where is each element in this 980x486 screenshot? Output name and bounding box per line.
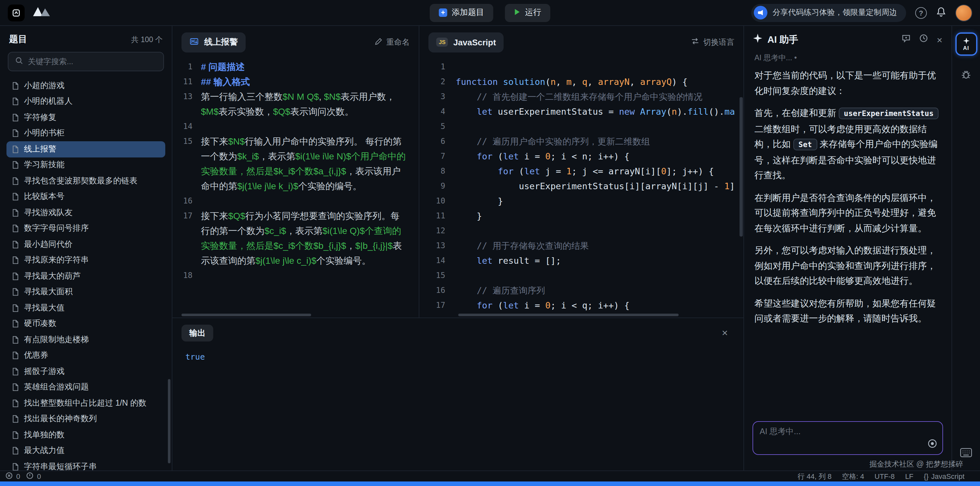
encoding[interactable]: UTF-8 bbox=[875, 472, 895, 480]
document-icon bbox=[11, 209, 19, 217]
code-editor-body[interactable]: 12function solution(n, m, q, arrayN, arr… bbox=[419, 60, 740, 312]
code-line-text[interactable]: let userExperimentStatus = new Array(n).… bbox=[456, 104, 735, 119]
markdown-line-text[interactable]: # 问题描述 bbox=[201, 60, 419, 75]
sidebar-item[interactable]: 线上报警 bbox=[6, 141, 165, 157]
output-tab[interactable]: 输出 bbox=[181, 325, 213, 341]
sidebar-item[interactable]: 硬币凑数 bbox=[6, 316, 165, 332]
line-number: 15 bbox=[419, 268, 456, 283]
search-input[interactable] bbox=[28, 57, 157, 66]
code-line-text[interactable]: let result = []; bbox=[456, 253, 561, 268]
sidebar-scrollbar[interactable] bbox=[168, 379, 170, 463]
sidebar-item[interactable]: 小明的机器人 bbox=[6, 94, 165, 110]
sidebar-item[interactable]: 小超的游戏 bbox=[6, 78, 165, 94]
sidebar-item[interactable]: 寻找最大值 bbox=[6, 300, 165, 316]
ai-panel-title: AI 助手 bbox=[767, 33, 896, 46]
code-vscrollbar[interactable] bbox=[740, 97, 743, 237]
markdown-line-text[interactable] bbox=[201, 194, 419, 209]
markdown-line: 17接下来$Q$行为小茗同学想要查询的实验序列。每行的第一个数为$c_i$，表示… bbox=[172, 209, 419, 268]
close-icon[interactable]: × bbox=[722, 328, 728, 338]
search-box[interactable] bbox=[8, 52, 164, 71]
run-button[interactable]: 运行 bbox=[505, 3, 550, 22]
sidebar-item[interactable]: 最大战力值 bbox=[6, 443, 165, 459]
language-tab[interactable]: JS JavaScript bbox=[428, 32, 504, 52]
indent-setting[interactable]: 空格: 4 bbox=[842, 472, 864, 481]
code-line-text[interactable]: // 用于存储每次查询的结果 bbox=[456, 238, 589, 253]
new-chat-icon[interactable] bbox=[902, 34, 911, 45]
topbar: + 添加题目 运行 分享代码练习体验，领限量定制周边 ? bbox=[0, 0, 980, 26]
help-icon[interactable]: ? bbox=[915, 7, 927, 19]
document-icon bbox=[11, 320, 19, 328]
code-hscrollbar[interactable] bbox=[458, 314, 679, 316]
keyboard-icon[interactable] bbox=[960, 448, 972, 460]
cursor-position[interactable]: 行 44, 列 8 bbox=[797, 472, 832, 481]
app-logo-icon[interactable] bbox=[8, 4, 25, 21]
stop-generating-icon[interactable] bbox=[928, 439, 937, 451]
promo-banner[interactable]: 分享代码练习体验，领限量定制周边 bbox=[751, 3, 906, 22]
sidebar-item-label: 有点限制地走楼梯 bbox=[24, 334, 89, 345]
code-line-text[interactable]: function solution(n, m, q, arrayN, array… bbox=[456, 75, 688, 89]
sidebar-item[interactable]: 学习新技能 bbox=[6, 157, 165, 173]
accent-strip bbox=[0, 481, 980, 486]
bell-icon[interactable] bbox=[936, 6, 946, 19]
ai-input-field[interactable] bbox=[760, 426, 936, 442]
sidebar-item[interactable]: 小明的书柜 bbox=[6, 125, 165, 141]
code-line-text[interactable]: // 遍历用户命中实验的序列，更新二维数组 bbox=[456, 134, 650, 149]
add-problem-button[interactable]: + 添加题目 bbox=[430, 3, 493, 22]
code-line: 12 bbox=[419, 224, 740, 238]
ai-assistant-rail-button[interactable]: AI bbox=[955, 32, 977, 56]
problem-tab[interactable]: 线上报警 bbox=[181, 32, 246, 52]
markdown-line-text[interactable]: ## 输入格式 bbox=[201, 75, 419, 89]
language-mode[interactable]: JavaScript bbox=[931, 472, 964, 480]
code-line-text[interactable]: userExperimentStatus[i][arrayN[i][j] - 1… bbox=[456, 179, 735, 194]
sidebar-item[interactable]: 找出整型数组中占比超过 1/N 的数 bbox=[6, 395, 165, 411]
sidebar-item[interactable]: 最小趋同代价 bbox=[6, 237, 165, 253]
avatar[interactable] bbox=[955, 4, 972, 21]
switch-language-button[interactable]: 切换语言 bbox=[691, 37, 734, 48]
sidebar-item[interactable]: 有点限制地走楼梯 bbox=[6, 332, 165, 348]
sidebar-item[interactable]: 比较版本号 bbox=[6, 189, 165, 205]
markdown-line-text[interactable]: 接下来$N$行输入用户命中的实验序列。 每行的第一个数为$k_i$，表示第$i(… bbox=[201, 134, 419, 194]
warnings-icon[interactable] bbox=[26, 472, 34, 481]
markdown-line-text[interactable]: 接下来$Q$行为小茗同学想要查询的实验序列。每行的第一个数为$c_i$，表示第$… bbox=[201, 209, 419, 268]
sidebar-item[interactable]: 数字字母问号排序 bbox=[6, 221, 165, 237]
markdown-hscrollbar[interactable] bbox=[181, 314, 311, 316]
sidebar-item[interactable]: 寻找最大的葫芦 bbox=[6, 268, 165, 284]
app-root: + 添加题目 运行 分享代码练习体验，领限量定制周边 ? 题目 bbox=[0, 0, 980, 486]
sidebar-item[interactable]: 英雄组合游戏问题 bbox=[6, 380, 165, 395]
rename-button[interactable]: 重命名 bbox=[375, 37, 410, 48]
sidebar-item[interactable]: 字符串最短循环子串 bbox=[6, 459, 165, 470]
brand-logo-icon[interactable] bbox=[32, 5, 54, 20]
errors-icon[interactable] bbox=[5, 472, 13, 481]
sidebar-item[interactable]: 字符修复 bbox=[6, 110, 165, 125]
sidebar-item[interactable]: 优惠券 bbox=[6, 348, 165, 364]
markdown-editor-body[interactable]: 1# 问题描述11## 输入格式13第一行输入三个整数$N M Q$, $N$表… bbox=[172, 60, 419, 314]
ai-input-box[interactable] bbox=[752, 421, 943, 455]
code-line-text[interactable]: } bbox=[456, 209, 482, 224]
js-badge-icon: JS bbox=[436, 38, 448, 47]
statusbar: 0 0 行 44, 列 8 空格: 4 UTF-8 LF {} JavaScri… bbox=[0, 470, 980, 481]
document-icon bbox=[11, 224, 19, 233]
sidebar-item[interactable]: 找单独的数 bbox=[6, 427, 165, 443]
code-line-text[interactable]: for (let j = 1; j <= arrayN[i][0]; j++) … bbox=[456, 164, 714, 179]
close-icon[interactable]: × bbox=[937, 35, 942, 44]
markdown-line-text[interactable] bbox=[201, 268, 419, 283]
code-line-text[interactable]: } bbox=[456, 194, 503, 209]
sidebar-item[interactable]: 摇骰子游戏 bbox=[6, 364, 165, 380]
sidebar-item[interactable]: 寻找包含斐波那契数最多的链表 bbox=[6, 173, 165, 189]
sidebar-item[interactable]: 找出最长的神奇数列 bbox=[6, 411, 165, 427]
markdown-line-text[interactable]: 第一行输入三个整数$N M Q$, $N$表示用户数，$M$表示实验数，$Q$表… bbox=[201, 89, 419, 119]
sidebar-item[interactable]: 寻找原来的字符串 bbox=[6, 253, 165, 268]
ai-assistant-panel: AI 助手 × AI 思考中... • 对于您当前的代码，以下是一些可能有助于优… bbox=[743, 26, 951, 470]
sidebar-item[interactable]: 寻找游戏队友 bbox=[6, 205, 165, 221]
code-line-text[interactable]: for (let i = 0; i < n; i++) { bbox=[456, 149, 630, 164]
sidebar-item[interactable]: 寻找最大面积 bbox=[6, 284, 165, 300]
code-line-text[interactable]: for (let i = 0; i < q; i++) { bbox=[456, 298, 630, 312]
code-line-text[interactable]: // 遍历查询序列 bbox=[456, 283, 545, 298]
line-number: 10 bbox=[419, 194, 456, 209]
history-icon[interactable] bbox=[919, 34, 928, 45]
markdown-line-text[interactable] bbox=[201, 119, 419, 134]
eol[interactable]: LF bbox=[905, 472, 913, 480]
code-line-text[interactable]: // 首先创建一个二维数组来存储每个用户命中实验的情况 bbox=[456, 89, 703, 104]
line-number: 14 bbox=[419, 253, 456, 268]
bug-icon[interactable] bbox=[961, 69, 972, 82]
